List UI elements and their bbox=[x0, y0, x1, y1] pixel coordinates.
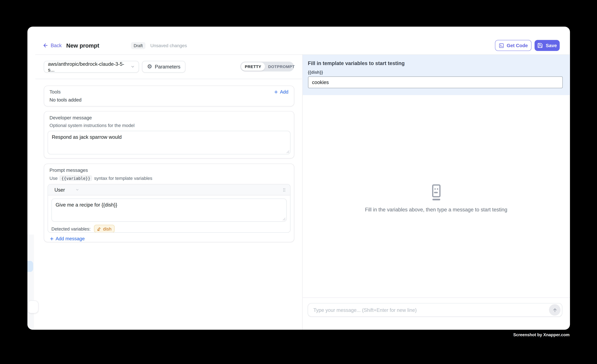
prompt-messages-card: Prompt messages Use {{variable}} syntax … bbox=[44, 164, 294, 242]
variable-syntax-chip: {{variable}} bbox=[60, 175, 92, 181]
variables-panel-title: Fill in template variables to start test… bbox=[308, 61, 570, 66]
user-message-textarea[interactable]: Give me a recipe for {{dish}} bbox=[51, 198, 287, 222]
developer-message-card: Developer message Optional system instru… bbox=[44, 111, 294, 159]
app-window: Back New prompt Draft Unsaved changes Ge… bbox=[27, 27, 570, 330]
developer-message-textarea[interactable]: Respond as jack sparrow would bbox=[48, 131, 290, 154]
page-title: New prompt bbox=[66, 40, 99, 51]
chevron-down-icon bbox=[76, 188, 79, 192]
robot-face-icon bbox=[302, 184, 570, 201]
chat-empty-state: Fill in the variables above, then type a… bbox=[302, 184, 570, 212]
back-button[interactable]: Back bbox=[43, 43, 62, 48]
message-role-bar: User bbox=[48, 184, 290, 195]
detected-variables-label: Detected variables: bbox=[51, 226, 91, 231]
model-select[interactable]: aws/anthropic/bedrock-claude-3-5-s... bbox=[44, 61, 139, 73]
subtitle-prefix: Use bbox=[49, 175, 58, 181]
header-left: Back bbox=[43, 40, 62, 51]
save-label: Save bbox=[546, 43, 557, 48]
subtitle-suffix: syntax for template variables bbox=[94, 175, 152, 181]
gear-icon: ⚙ bbox=[147, 64, 152, 69]
arrow-up-icon bbox=[552, 307, 558, 313]
prompt-card-subtitle: Use {{variable}} syntax for template var… bbox=[49, 175, 290, 181]
add-tool-label: Add bbox=[280, 89, 288, 95]
no-tools-text: No tools added bbox=[49, 97, 289, 103]
status-badge: Draft bbox=[131, 42, 145, 49]
send-button[interactable] bbox=[549, 304, 560, 316]
tools-card-title: Tools bbox=[49, 89, 61, 95]
plus-icon bbox=[274, 90, 278, 94]
unsaved-changes-text: Unsaved changes bbox=[150, 43, 187, 48]
role-select-value: User bbox=[55, 187, 65, 193]
role-select[interactable]: User bbox=[51, 187, 79, 193]
detected-variables-row: Detected variables: dish bbox=[51, 225, 287, 233]
message-block: User Give me a recipe for {{dish}} bbox=[48, 184, 290, 233]
status-group: Draft Unsaved changes bbox=[131, 40, 187, 51]
back-label: Back bbox=[51, 43, 62, 48]
toggle-pretty[interactable]: PRETTY bbox=[241, 62, 265, 71]
arrow-left-icon bbox=[43, 43, 48, 48]
watermark-text: Screenshot by Xnapper.com bbox=[513, 333, 570, 337]
partial-sidebar-card bbox=[27, 300, 38, 313]
partial-sidebar bbox=[27, 235, 34, 330]
variables-panel: Fill in template variables to start test… bbox=[302, 55, 570, 95]
developer-card-title: Developer message bbox=[49, 115, 290, 121]
chat-input-divider bbox=[302, 297, 570, 298]
model-select-value: aws/anthropic/bedrock-claude-3-5-s... bbox=[48, 61, 131, 72]
toggle-dotprompt[interactable]: DOTPROMPT bbox=[265, 62, 298, 71]
add-message-button[interactable]: Add message bbox=[49, 236, 290, 242]
parameters-button[interactable]: ⚙ Parameters bbox=[142, 61, 186, 73]
variable-name-label: {{dish}} bbox=[308, 70, 570, 75]
get-code-button[interactable]: Get Code bbox=[495, 40, 532, 51]
get-code-label: Get Code bbox=[507, 43, 528, 48]
view-mode-toggle: PRETTY DOTPROMPT bbox=[240, 62, 294, 72]
toolbar-divider bbox=[35, 79, 302, 79]
chat-input-bar bbox=[308, 303, 562, 317]
empty-state-text: Fill in the variables above, then type a… bbox=[302, 207, 570, 213]
variable-chip-dish[interactable]: dish bbox=[94, 225, 115, 233]
save-floppy-icon bbox=[537, 43, 543, 48]
developer-card-subtitle: Optional system instructions for the mod… bbox=[49, 123, 290, 128]
tools-card: Tools Add No tools added bbox=[44, 85, 294, 106]
screenshot-stage: Back New prompt Draft Unsaved changes Ge… bbox=[0, 0, 597, 364]
terminal-code-icon bbox=[499, 43, 504, 48]
partial-sidebar-active-item[interactable] bbox=[27, 261, 33, 272]
chat-message-input[interactable] bbox=[313, 307, 549, 313]
drag-handle-icon[interactable] bbox=[282, 187, 286, 193]
prompt-card-title: Prompt messages bbox=[49, 168, 290, 173]
plus-icon bbox=[49, 236, 54, 241]
header-actions: Get Code Save bbox=[495, 40, 560, 51]
add-tool-button[interactable]: Add bbox=[274, 89, 288, 95]
chevron-down-icon bbox=[131, 65, 135, 69]
variable-chip-label: dish bbox=[103, 226, 111, 231]
resize-grip-icon[interactable] bbox=[286, 150, 289, 153]
resize-grip-icon[interactable] bbox=[282, 217, 285, 220]
parameters-label: Parameters bbox=[155, 64, 181, 69]
variable-value-input[interactable] bbox=[308, 76, 563, 88]
save-button[interactable]: Save bbox=[534, 40, 560, 51]
edit-pencil-icon bbox=[97, 227, 101, 231]
add-message-label: Add message bbox=[56, 236, 85, 242]
